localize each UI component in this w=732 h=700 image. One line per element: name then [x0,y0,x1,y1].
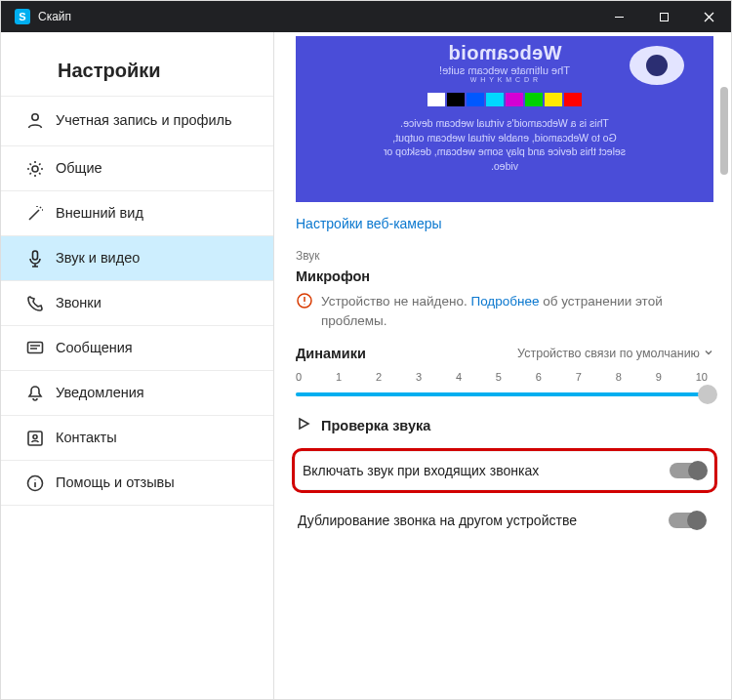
svg-rect-6 [33,251,38,260]
play-icon [296,416,311,434]
sidebar-item-label: Помощь и отзывы [56,474,175,491]
settings-sidebar: Настройки Учетная запись и профиль Общие… [1,32,274,700]
sidebar-item-notifications[interactable]: Уведомления [1,371,273,416]
sidebar-item-help[interactable]: Помощь и отзывы [1,461,273,506]
ring-other-device-row: Дублирование звонка на другом устройстве [296,499,713,542]
test-sound-label: Проверка звука [321,418,430,433]
close-button[interactable] [686,1,731,32]
incoming-call-sound-label: Включать звук при входящих звонках [303,463,539,478]
titlebar: S Скайп [1,1,731,32]
scrollbar-thumb[interactable] [720,87,728,175]
minimize-button[interactable] [596,1,641,32]
sidebar-item-label: Уведомления [56,385,144,401]
scrollbar[interactable] [719,32,729,700]
maximize-button[interactable] [641,1,686,32]
svg-point-4 [32,114,38,120]
ring-other-device-toggle[interactable] [669,513,706,528]
svg-point-9 [33,434,37,438]
window-controls [596,1,731,32]
webcam-subtitle: The ultimate webcam suite! [439,64,570,76]
svg-point-5 [32,166,38,172]
webcam-eye-icon [630,46,684,85]
sidebar-item-label: Внешний вид [56,205,143,222]
svg-rect-7 [28,342,43,352]
sidebar-item-account[interactable]: Учетная запись и профиль [1,96,273,146]
speakers-title: Динамики [296,346,366,361]
settings-content: Webcamoid The ultimate webcam suite! W H… [274,32,731,700]
sidebar-item-appearance[interactable]: Внешний вид [1,191,273,236]
sound-section-label: Звук [296,249,713,263]
phone-icon [24,293,46,314]
test-sound-button[interactable]: Проверка звука [296,416,713,434]
microphone-title: Микрофон [296,268,713,284]
sidebar-item-contacts[interactable]: Контакты [1,416,273,461]
mic-warning-link[interactable]: Подробнее [470,294,539,309]
slider-ticks: 012345678910 [296,371,708,383]
slider-thumb[interactable] [698,385,717,404]
chat-icon [24,338,46,359]
microphone-icon [24,248,46,269]
window-title: Скайп [38,10,71,23]
sidebar-item-general[interactable]: Общие [1,146,273,191]
settings-heading: Настройки [1,60,273,96]
sidebar-item-messages[interactable]: Сообщения [1,326,273,371]
speakers-volume-slider[interactable]: 012345678910 [296,371,713,396]
sidebar-item-label: Общие [56,160,102,177]
mic-warning-prefix: Устройство не найдено. [321,294,470,309]
bell-icon [24,383,46,404]
webcam-settings-link[interactable]: Настройки веб-камеры [296,216,442,231]
person-icon [24,110,46,132]
slider-fill [296,392,701,396]
webcam-body-text: This is a Webcamoid's virtual webcam dev… [384,116,626,174]
svg-rect-1 [660,13,668,21]
ring-other-device-label: Дублирование звонка на другом устройстве [298,513,577,528]
webcam-letters: W H Y K M C D R [470,76,539,83]
sidebar-item-audio-video[interactable]: Звук и видео [1,236,273,281]
chevron-down-icon [704,347,713,360]
sidebar-item-label: Контакты [56,430,117,446]
sidebar-item-label: Учетная запись и профиль [56,112,232,129]
wand-icon [24,203,46,225]
contacts-icon [24,428,46,449]
slider-track [296,392,713,396]
mic-warning-text: Устройство не найдено. Подробнее об устр… [321,292,713,330]
warning-icon [296,292,313,315]
webcam-swatches [427,93,582,106]
skype-icon: S [15,9,30,24]
sidebar-item-label: Звук и видео [56,250,140,267]
info-icon [24,473,46,494]
sidebar-item-label: Звонки [56,295,102,311]
incoming-call-sound-row: Включать звук при входящих звонках [292,448,717,493]
incoming-call-sound-toggle[interactable] [670,463,707,478]
sidebar-item-calls[interactable]: Звонки [1,281,273,326]
mic-warning: Устройство не найдено. Подробнее об устр… [296,292,713,330]
gear-icon [24,158,46,180]
sidebar-item-label: Сообщения [56,340,133,356]
webcam-logo: Webcamoid [448,42,561,64]
speakers-device-label: Устройство связи по умолчанию [517,347,700,360]
webcam-preview: Webcamoid The ultimate webcam suite! W H… [296,36,713,202]
speakers-device-select[interactable]: Устройство связи по умолчанию [517,347,713,360]
